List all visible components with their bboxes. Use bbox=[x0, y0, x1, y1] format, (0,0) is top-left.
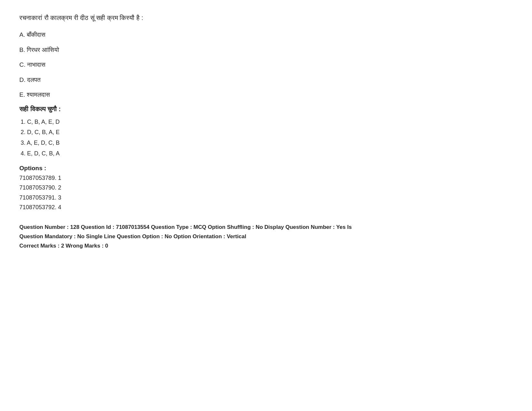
options-section: Options : 71087053789. 1 71087053790. 2 … bbox=[19, 165, 513, 212]
option-b: B. गिरधर आांसियो bbox=[19, 45, 513, 55]
option-code-4: 71087053792. 4 bbox=[19, 202, 513, 212]
option-c-label: C. bbox=[19, 61, 25, 68]
question-container: रचनाकारां रौ कालक्रम री दीठ सूं सही क्रम… bbox=[19, 13, 513, 251]
answer-option-2: 2. D, C, B, A, E bbox=[21, 128, 513, 137]
meta-info: Question Number : 128 Question Id : 7108… bbox=[19, 223, 513, 251]
question-text: रचनाकारां रौ कालक्रम री दीठ सूं सही क्रम… bbox=[19, 13, 513, 23]
answer-option-4: 4. E, D, C, B, A bbox=[21, 149, 513, 158]
option-e-text: श्यामलदास bbox=[27, 91, 50, 98]
answer-option-3: 3. A, E, D, C, B bbox=[21, 138, 513, 148]
options-list: A. बाँकीदास B. गिरधर आांसियो C. नाभादास … bbox=[19, 30, 513, 100]
answer-option-1: 1. C, B, A, E, D bbox=[21, 117, 513, 127]
option-code-1: 71087053789. 1 bbox=[19, 173, 513, 183]
option-a-label: A. bbox=[19, 31, 25, 38]
meta-line-1: Question Number : 128 Question Id : 7108… bbox=[19, 223, 513, 232]
option-a: A. बाँकीदास bbox=[19, 30, 513, 40]
option-d: D. दलपत bbox=[19, 75, 513, 85]
select-correct-label: सही विकल्प चुणौ : bbox=[19, 105, 513, 113]
option-code-2: 71087053790. 2 bbox=[19, 183, 513, 193]
option-e: E. श्यामलदास bbox=[19, 90, 513, 100]
option-c-text: नाभादास bbox=[27, 61, 45, 68]
option-code-3: 71087053791. 3 bbox=[19, 193, 513, 203]
meta-line-2: Question Mandatory : No Single Line Ques… bbox=[19, 232, 513, 241]
meta-line-3: Correct Marks : 2 Wrong Marks : 0 bbox=[19, 241, 513, 251]
option-d-text: दलपत bbox=[27, 76, 41, 83]
option-a-text: बाँकीदास bbox=[27, 31, 45, 38]
options-section-label: Options : bbox=[19, 165, 513, 172]
option-d-label: D. bbox=[19, 76, 25, 83]
option-c: C. नाभादास bbox=[19, 60, 513, 70]
option-e-label: E. bbox=[19, 91, 25, 98]
option-b-text: गिरधर आांसियो bbox=[27, 46, 59, 53]
option-b-label: B. bbox=[19, 46, 25, 53]
answer-options-list: 1. C, B, A, E, D 2. D, C, B, A, E 3. A, … bbox=[19, 117, 513, 158]
